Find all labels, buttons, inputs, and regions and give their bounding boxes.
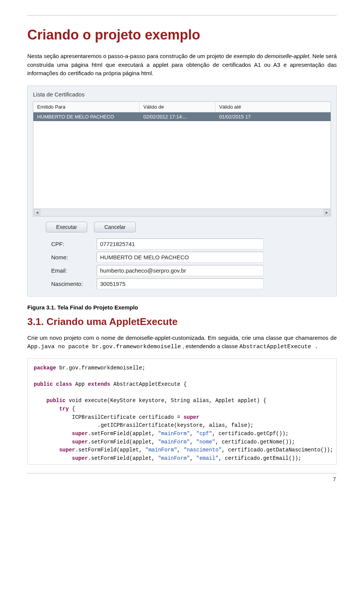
page-number: 7 bbox=[27, 473, 337, 482]
str: "mainForm" bbox=[158, 455, 190, 461]
code-block: package br.gov.frameworkdemoiselle; publ… bbox=[27, 358, 337, 465]
intro-paragraph: Nesta seção apresentaremos o passo-a-pas… bbox=[27, 52, 337, 78]
str: "mainForm" bbox=[145, 447, 177, 453]
code-text: ICPBrasilCertificate certificado = bbox=[34, 414, 184, 420]
code-text: { bbox=[69, 406, 75, 412]
str: "mainForm" bbox=[158, 439, 190, 445]
code-text: , bbox=[190, 439, 196, 445]
cell-valid-until: 01/02/2015 17 bbox=[215, 112, 331, 121]
scroll-left-icon[interactable]: ◄ bbox=[34, 209, 40, 215]
code-text: , certificado.getNome()); bbox=[215, 439, 295, 445]
applet-screenshot: Lista de Certificados Emitido Para Válid… bbox=[27, 85, 337, 297]
nome-label: Nome: bbox=[51, 252, 97, 263]
form-fields: CPF: 07721825741 Nome: HUMBERTO DE MELO … bbox=[51, 238, 264, 289]
kw-public: public bbox=[34, 398, 66, 404]
section-heading: 3.1. Criando uma AppletExecute bbox=[27, 316, 337, 328]
nascimento-label: Nascimento: bbox=[51, 278, 97, 289]
code-text: , certificado.getDataNascimento()); bbox=[222, 447, 333, 453]
cpf-label: CPF: bbox=[51, 238, 97, 249]
shot-title: Lista de Certificados bbox=[33, 91, 331, 98]
code-text: , certificado.getEmail()); bbox=[218, 455, 301, 461]
code-text: .setFormField(applet, bbox=[88, 455, 158, 461]
cert-table-head: Emitido Para Válido de Válido até bbox=[33, 102, 331, 112]
top-rule bbox=[27, 15, 337, 16]
scroll-track[interactable] bbox=[41, 209, 323, 215]
p2-code1: App.java no pacote br.gov.frameworkdemoi… bbox=[27, 344, 181, 350]
kw-super: super bbox=[34, 455, 88, 461]
kw-super: super bbox=[34, 439, 88, 445]
kw-extends: extends bbox=[88, 381, 110, 387]
str: "nome" bbox=[196, 439, 215, 445]
body-paragraph: Crie um novo projeto com o nome de demoi… bbox=[27, 334, 337, 352]
code-text: , bbox=[190, 431, 196, 437]
code-text: , certificado.getCpf()); bbox=[212, 431, 289, 437]
str: "nascimento" bbox=[184, 447, 222, 453]
code-text: void execute(KeyStore keystore, String a… bbox=[66, 398, 266, 404]
str: "cpf" bbox=[196, 431, 212, 437]
p2b: , estendendo a classe bbox=[181, 343, 239, 349]
kw-super: super bbox=[34, 447, 75, 453]
email-label: Email: bbox=[51, 265, 97, 276]
table-row[interactable]: HUMBERTO DE MELO PACHECO 02/02/2012 17:1… bbox=[33, 112, 331, 121]
cert-table: Emitido Para Válido de Válido até HUMBER… bbox=[33, 101, 331, 216]
code-text: .setFormField(applet, bbox=[88, 431, 158, 437]
code-text: , bbox=[190, 455, 196, 461]
kw-public-class: public class bbox=[34, 381, 72, 387]
col-valid-until: Válido até bbox=[215, 102, 331, 112]
figure-caption: Figura 3.1. Tela Final do Projeto Exempl… bbox=[27, 304, 337, 311]
cancel-button[interactable]: Cancelar bbox=[94, 222, 136, 232]
kw-super: super bbox=[34, 431, 88, 437]
horizontal-scrollbar[interactable]: ◄ ► bbox=[33, 208, 331, 216]
code-text: .getICPBrasilCertificate(keystore, alias… bbox=[34, 422, 254, 428]
cell-issued-to: HUMBERTO DE MELO PACHECO bbox=[33, 112, 140, 121]
table-empty-area bbox=[33, 121, 331, 208]
kw-package: package bbox=[34, 365, 56, 371]
cpf-field[interactable]: 07721825741 bbox=[97, 238, 264, 249]
page-title: Criando o projeto exemplo bbox=[27, 27, 337, 43]
kw-try: try bbox=[34, 406, 69, 412]
col-valid-from: Válido de bbox=[140, 102, 215, 112]
intro-em: demoiselle-applet. bbox=[265, 53, 311, 59]
intro-text-a: Nesta seção apresentaremos o passo-a-pas… bbox=[27, 53, 265, 59]
nome-field[interactable]: HUMBERTO DE MELO PACHECO bbox=[97, 252, 264, 263]
nascimento-field[interactable]: 30051975 bbox=[97, 278, 264, 289]
email-field[interactable]: humberto.pacheco@serpro.gov.br bbox=[97, 265, 264, 276]
cell-valid-from: 02/02/2012 17:14:... bbox=[140, 112, 215, 121]
code-text: br.gov.frameworkdemoiselle; bbox=[56, 365, 145, 371]
p2a: Crie um novo projeto com o nome de demoi… bbox=[27, 335, 337, 341]
col-issued-to: Emitido Para bbox=[33, 102, 140, 112]
code-text: .setFormField(applet, bbox=[88, 439, 158, 445]
p2-code2: AbstractAppletExecute . bbox=[239, 344, 318, 350]
scroll-right-icon[interactable]: ► bbox=[324, 209, 330, 215]
execute-button[interactable]: Executar bbox=[46, 222, 87, 232]
str: "mainForm" bbox=[158, 431, 190, 437]
kw-super: super bbox=[184, 414, 199, 420]
code-text: AbstractAppletExecute { bbox=[110, 381, 187, 387]
code-text: .setFormField(applet, bbox=[75, 447, 145, 453]
code-text: App bbox=[72, 381, 88, 387]
str: "email" bbox=[196, 455, 219, 461]
code-text: , bbox=[177, 447, 184, 453]
